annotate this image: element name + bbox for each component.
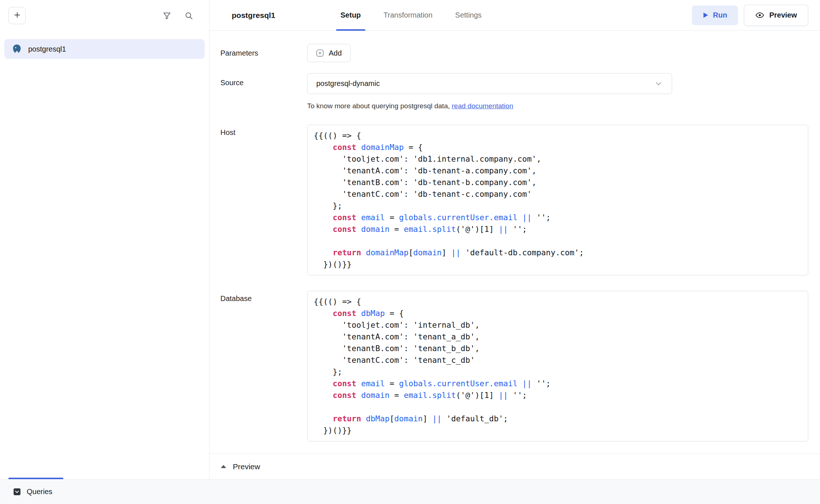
chevron-down-icon [654,79,663,88]
run-button[interactable]: Run [692,5,738,25]
plus-square-icon [316,49,324,57]
read-documentation-link[interactable]: read documentation [452,102,513,110]
tab-settings[interactable]: Settings [451,0,485,30]
source-label: Source [220,73,307,87]
add-button-label: Add [329,49,342,57]
preview-button[interactable]: Preview [744,5,808,26]
host-row: Host {{(() => { const domainMap = { 'too… [220,125,808,275]
run-button-label: Run [713,11,727,19]
bottom-bar: Queries [0,479,820,504]
host-code-editor[interactable]: {{(() => { const domainMap = { 'tooljet.… [307,125,808,275]
parameters-label: Parameters [220,49,307,57]
setup-form: Parameters Add Source postgresql-dynamic [209,31,820,454]
database-code-editor[interactable]: {{(() => { const dbMap = { 'tooljet.com'… [307,291,808,441]
query-item-label: postgresql1 [28,45,66,53]
source-help-prefix: To know more about querying postgresql d… [307,102,452,110]
preview-section-toggle[interactable]: Preview [209,454,820,479]
queries-toggle-label: Queries [27,488,52,496]
add-query-button[interactable] [8,7,26,24]
source-select-value: postgresql-dynamic [316,79,380,88]
query-header: postgresql1 Setup Transformation Setting… [209,0,820,31]
database-label: Database [220,291,307,441]
plus-icon [13,11,21,20]
query-list: postgresql1 [0,24,209,59]
header-actions: Run Preview [692,5,809,26]
queries-icon [12,487,22,496]
database-row: Database {{(() => { const dbMap = { 'too… [220,291,808,441]
query-title: postgresql1 [232,11,275,20]
source-help-text: To know more about querying postgresql d… [307,102,808,110]
eye-icon [755,11,764,20]
preview-button-label: Preview [769,11,797,19]
postgresql-icon [11,44,22,54]
search-icon[interactable] [184,11,194,20]
filter-icon[interactable] [162,11,172,20]
tab-setup[interactable]: Setup [337,0,365,30]
queries-panel-toggle[interactable]: Queries [12,487,52,496]
caret-up-icon [220,464,227,469]
preview-section: Preview [209,454,820,479]
parameters-row: Parameters Add [220,44,808,62]
preview-section-label: Preview [233,462,260,471]
main-panel: postgresql1 Setup Transformation Setting… [209,0,820,479]
source-select[interactable]: postgresql-dynamic [307,73,672,94]
sidebar: postgresql1 [0,0,209,479]
sidebar-top-icons [162,11,194,20]
query-list-item-postgresql1[interactable]: postgresql1 [4,39,205,59]
source-row: Source postgresql-dynamic To know more a… [220,73,808,110]
app-root: postgresql1 postgresql1 Setup Transforma… [0,0,820,479]
tab-transformation[interactable]: Transformation [380,0,436,30]
query-tabs: Setup Transformation Settings [337,0,485,30]
sidebar-toolbar [0,0,209,24]
host-label: Host [220,125,307,275]
add-parameter-button[interactable]: Add [307,44,351,62]
play-icon [703,12,708,18]
